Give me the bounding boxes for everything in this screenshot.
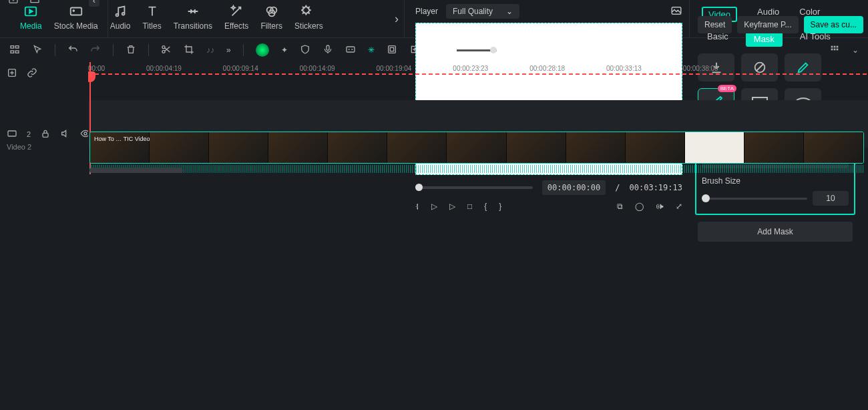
tab-transitions[interactable]: Transitions bbox=[174, 3, 212, 31]
tabs-next-icon[interactable]: › bbox=[395, 12, 399, 26]
reset-button[interactable]: Reset bbox=[698, 16, 732, 33]
subtab-mask[interactable]: Mask bbox=[746, 31, 783, 47]
subtab-basic[interactable]: Basic bbox=[707, 31, 728, 47]
more-tools-icon[interactable]: » bbox=[226, 45, 231, 55]
volume-icon[interactable]: 🕪 bbox=[656, 202, 664, 211]
ai-avatar-icon[interactable] bbox=[256, 43, 269, 57]
crop-icon[interactable] bbox=[184, 44, 194, 57]
svg-point-2 bbox=[73, 10, 74, 11]
group-icon[interactable] bbox=[387, 44, 397, 57]
timecode-current[interactable]: 00:00:00:00 bbox=[542, 180, 606, 195]
time-ruler[interactable]: 00:0000:00:04:1900:00:09:14 00:00:14:090… bbox=[88, 62, 868, 73]
stop-icon[interactable]: □ bbox=[467, 202, 472, 211]
quality-select[interactable]: Full Quality ⌄ bbox=[446, 4, 519, 19]
delete-icon[interactable] bbox=[126, 44, 136, 57]
subtab-ai-tools[interactable]: AI Tools bbox=[800, 31, 831, 47]
tool-tracks-icon[interactable] bbox=[9, 44, 20, 57]
caption-icon[interactable] bbox=[345, 44, 356, 57]
tab-stock-media[interactable]: Stock Media bbox=[54, 3, 98, 31]
svg-point-3 bbox=[116, 14, 119, 17]
tool-select-icon[interactable] bbox=[32, 44, 43, 57]
tab-filters[interactable]: Filters bbox=[260, 3, 282, 31]
source-tabs: Media Stock Media Audio Titles Transitio… bbox=[0, 0, 404, 37]
save-preset-button[interactable]: Save as cu... bbox=[804, 16, 863, 33]
brush-size-label: Brush Size bbox=[702, 176, 849, 186]
svg-rect-25 bbox=[390, 47, 393, 51]
tab-stickers[interactable]: Stickers bbox=[294, 3, 323, 31]
audio-waveform bbox=[89, 165, 864, 173]
fullscreen-icon[interactable]: ⤢ bbox=[676, 202, 682, 211]
lock-icon[interactable] bbox=[40, 128, 51, 140]
play-start-icon[interactable]: ▷ bbox=[431, 202, 437, 211]
svg-rect-35 bbox=[43, 133, 48, 137]
add-track-icon[interactable] bbox=[7, 67, 17, 80]
svg-rect-16 bbox=[11, 45, 14, 47]
mute-icon[interactable] bbox=[60, 128, 71, 140]
svg-rect-1 bbox=[70, 8, 81, 15]
snapshot-icon[interactable] bbox=[670, 5, 682, 19]
mic-icon[interactable] bbox=[322, 44, 333, 57]
svg-point-36 bbox=[84, 132, 87, 135]
timeline-scrollbar[interactable] bbox=[89, 168, 183, 173]
svg-rect-22 bbox=[327, 45, 329, 50]
redo-icon[interactable] bbox=[90, 44, 101, 57]
keyframe-button[interactable]: Keyframe P... bbox=[737, 16, 798, 33]
marker-sync-icon[interactable]: ✳ bbox=[368, 45, 375, 55]
add-mask-button[interactable]: Add Mask bbox=[698, 222, 853, 242]
brush-size-slider[interactable] bbox=[702, 198, 807, 200]
track-badge: 2 bbox=[27, 130, 31, 138]
music-icon[interactable]: ♪♪ bbox=[206, 45, 214, 55]
svg-rect-34 bbox=[8, 131, 16, 136]
undo-icon[interactable] bbox=[67, 44, 78, 57]
timeline-clip[interactable]: How To … TIC Videos Step by Step Guide 2… bbox=[89, 132, 864, 164]
clip-icon[interactable] bbox=[7, 128, 17, 140]
svg-rect-24 bbox=[388, 45, 395, 53]
shield-icon[interactable] bbox=[300, 44, 310, 57]
svg-rect-19 bbox=[15, 51, 19, 53]
svg-rect-17 bbox=[15, 45, 19, 47]
player-label: Player bbox=[415, 7, 438, 16]
timecode-total: 00:03:19:13 bbox=[630, 183, 682, 192]
svg-rect-23 bbox=[347, 47, 355, 52]
tab-titles[interactable]: Titles bbox=[142, 3, 161, 31]
zoom-slider[interactable] bbox=[457, 49, 497, 51]
camera-icon[interactable]: ◯ bbox=[635, 202, 644, 211]
chevron-down-icon: ⌄ bbox=[506, 7, 513, 16]
sparkle-icon[interactable]: ✦ bbox=[281, 45, 288, 55]
svg-point-4 bbox=[122, 13, 125, 15]
tab-effects[interactable]: Effects bbox=[224, 3, 248, 31]
seek-bar[interactable] bbox=[415, 186, 533, 189]
play-icon[interactable]: ▷ bbox=[449, 202, 455, 211]
prev-frame-icon[interactable]: ⦉ bbox=[415, 202, 419, 211]
link-icon[interactable] bbox=[27, 67, 37, 80]
track-name: Video 2 bbox=[7, 143, 81, 151]
tab-media[interactable]: Media bbox=[20, 3, 42, 31]
brush-size-value[interactable]: 10 bbox=[813, 191, 849, 206]
svg-rect-18 bbox=[11, 51, 14, 53]
tab-audio[interactable]: Audio bbox=[110, 3, 131, 31]
mark-in-icon[interactable]: { bbox=[484, 202, 487, 211]
compare-icon[interactable]: ⧉ bbox=[617, 202, 623, 211]
timeline-canvas[interactable]: 00:0000:00:04:1900:00:09:14 00:00:14:090… bbox=[88, 62, 868, 174]
mark-out-icon[interactable]: } bbox=[499, 202, 501, 211]
split-icon[interactable] bbox=[161, 44, 172, 57]
